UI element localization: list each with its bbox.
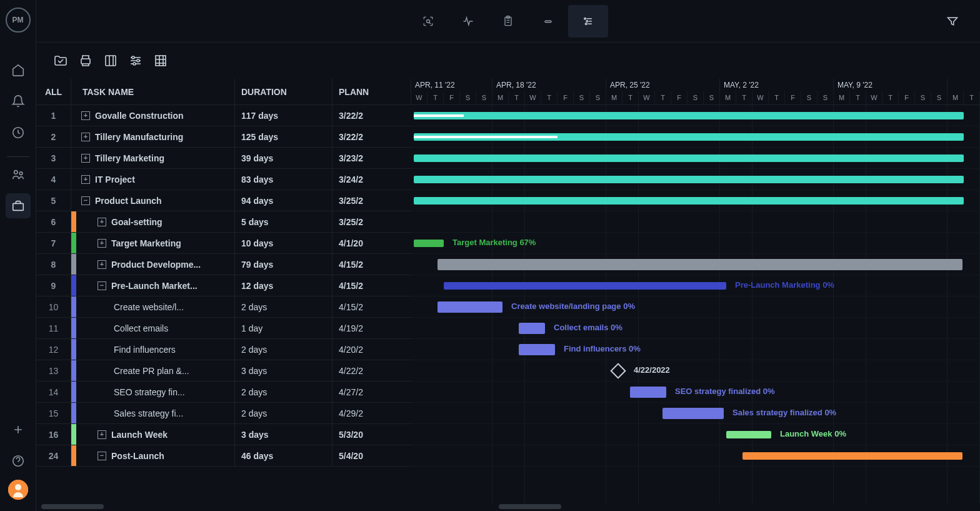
gantt-bar[interactable] — [630, 387, 666, 398]
date-cell[interactable]: 3/25/2 — [332, 211, 411, 232]
gantt-row[interactable] — [411, 445, 980, 467]
view-gantt-icon[interactable] — [568, 5, 608, 38]
gantt-bar[interactable] — [438, 259, 962, 270]
task-row[interactable]: 11 Collect emails 1 day 4/19/2 — [36, 318, 411, 339]
gantt-scrollbar[interactable] — [499, 504, 561, 509]
task-row[interactable]: 6 +Goal-setting 5 days 3/25/2 — [36, 211, 411, 233]
gantt-row[interactable] — [411, 126, 980, 148]
columns-icon[interactable] — [102, 53, 119, 69]
task-name-cell[interactable]: +Govalle Construction — [76, 105, 235, 126]
collapse-icon[interactable]: − — [81, 196, 90, 205]
view-clipboard-icon[interactable] — [488, 5, 528, 38]
task-row[interactable]: 7 +Target Marketing 10 days 4/1/20 — [36, 233, 411, 254]
col-header-planned[interactable]: PLANN — [332, 79, 411, 104]
duration-cell[interactable]: 5 days — [235, 211, 332, 232]
duration-cell[interactable]: 2 days — [235, 382, 332, 402]
gantt-bar[interactable] — [519, 323, 545, 334]
gantt-bar[interactable] — [414, 176, 964, 183]
task-row[interactable]: 10 Create website/l... 2 days 4/15/2 — [36, 296, 411, 318]
col-header-duration[interactable]: DURATION — [235, 79, 332, 104]
date-cell[interactable]: 3/22/2 — [332, 105, 411, 126]
home-icon[interactable] — [6, 58, 31, 83]
task-row[interactable]: 12 Find influencers 2 days 4/20/2 — [36, 339, 411, 360]
task-name-cell[interactable]: Collect emails — [76, 318, 235, 338]
task-name-cell[interactable]: −Pre-Launch Market... — [76, 275, 235, 296]
col-header-name[interactable]: TASK NAME — [76, 79, 235, 104]
task-name-cell[interactable]: Find influencers — [76, 339, 235, 360]
task-name-cell[interactable]: Create website/l... — [76, 296, 235, 317]
task-row[interactable]: 4 +IT Project 83 days 3/24/2 — [36, 169, 411, 190]
gantt-bar[interactable] — [726, 431, 771, 438]
print-icon[interactable] — [78, 53, 94, 69]
task-name-cell[interactable]: +IT Project — [76, 169, 235, 190]
expand-icon[interactable]: + — [98, 239, 106, 248]
gantt-row[interactable]: Sales strategy finalized 0% — [411, 403, 980, 424]
date-cell[interactable]: 4/22/2 — [332, 360, 411, 381]
date-cell[interactable]: 3/24/2 — [332, 169, 411, 190]
duration-cell[interactable]: 3 days — [235, 360, 332, 381]
gantt-row[interactable] — [411, 254, 980, 275]
expand-icon[interactable]: + — [81, 133, 90, 141]
expand-icon[interactable]: + — [98, 260, 106, 269]
gantt-row[interactable]: Collect emails 0% — [411, 318, 980, 339]
duration-cell[interactable]: 2 days — [235, 296, 332, 317]
col-header-all[interactable]: ALL — [36, 79, 71, 104]
task-name-cell[interactable]: Sales strategy fi... — [76, 403, 235, 423]
task-row[interactable]: 1 +Govalle Construction 117 days 3/22/2 — [36, 105, 411, 126]
add-icon[interactable] — [6, 417, 31, 442]
task-name-cell[interactable]: +Tillery Marketing — [76, 148, 235, 168]
duration-cell[interactable]: 83 days — [235, 169, 332, 190]
duration-cell[interactable]: 2 days — [235, 339, 332, 360]
task-row[interactable]: 24 −Post-Launch 46 days 5/4/20 — [36, 445, 411, 467]
grid-icon[interactable] — [152, 53, 169, 69]
duration-cell[interactable]: 12 days — [235, 275, 332, 296]
duration-cell[interactable]: 2 days — [235, 403, 332, 423]
gantt-bar[interactable] — [438, 301, 502, 313]
expand-icon[interactable]: + — [81, 154, 90, 163]
task-name-cell[interactable]: Create PR plan &... — [76, 360, 235, 381]
gantt-row[interactable]: Pre-Launch Marketing 0% — [411, 275, 980, 296]
task-row[interactable]: 9 −Pre-Launch Market... 12 days 4/15/2 — [36, 275, 411, 296]
duration-cell[interactable]: 94 days — [235, 190, 332, 211]
task-name-cell[interactable]: +Tillery Manufacturing — [76, 126, 235, 147]
task-name-cell[interactable]: +Product Developme... — [76, 254, 235, 275]
duration-cell[interactable]: 39 days — [235, 148, 332, 168]
collapse-icon[interactable]: − — [98, 452, 106, 460]
date-cell[interactable]: 3/23/2 — [332, 148, 411, 168]
task-name-cell[interactable]: −Post-Launch — [76, 445, 235, 466]
task-row[interactable]: 5 −Product Launch 94 days 3/25/2 — [36, 190, 411, 211]
date-cell[interactable]: 4/19/2 — [332, 318, 411, 338]
duration-cell[interactable]: 3 days — [235, 424, 332, 445]
gantt-bar[interactable] — [444, 282, 726, 290]
date-cell[interactable]: 4/1/20 — [332, 233, 411, 253]
date-cell[interactable]: 3/25/2 — [332, 190, 411, 211]
help-icon[interactable] — [6, 448, 31, 473]
view-link-icon[interactable] — [528, 5, 568, 38]
task-row[interactable]: 8 +Product Developme... 79 days 4/15/2 — [36, 254, 411, 275]
date-cell[interactable]: 5/4/20 — [332, 445, 411, 466]
expand-icon[interactable]: + — [81, 111, 90, 120]
app-logo[interactable]: PM — [6, 8, 31, 33]
gantt-bar[interactable] — [414, 154, 964, 162]
date-cell[interactable]: 4/29/2 — [332, 403, 411, 423]
gantt-bar[interactable] — [662, 408, 724, 419]
gantt-bar[interactable] — [742, 452, 962, 460]
gantt-row[interactable]: Create website/landing page 0% — [411, 296, 980, 318]
date-cell[interactable]: 4/15/2 — [332, 275, 411, 296]
milestone-icon[interactable] — [610, 363, 626, 378]
expand-icon[interactable]: + — [98, 430, 106, 439]
collapse-icon[interactable]: − — [98, 281, 106, 290]
date-cell[interactable]: 3/22/2 — [332, 126, 411, 147]
expand-icon[interactable]: + — [81, 175, 90, 184]
date-cell[interactable]: 4/15/2 — [332, 296, 411, 317]
gantt-bar[interactable] — [414, 240, 444, 247]
view-zoom-icon[interactable] — [408, 5, 448, 38]
task-name-cell[interactable]: +Goal-setting — [76, 211, 235, 232]
duration-cell[interactable]: 125 days — [235, 126, 332, 147]
grid-scrollbar[interactable] — [41, 504, 104, 509]
gantt-row[interactable] — [411, 105, 980, 126]
task-name-cell[interactable]: −Product Launch — [76, 190, 235, 211]
gantt-row[interactable]: Target Marketing 67% — [411, 233, 980, 254]
filter-icon[interactable] — [940, 9, 965, 34]
date-cell[interactable]: 4/20/2 — [332, 339, 411, 360]
